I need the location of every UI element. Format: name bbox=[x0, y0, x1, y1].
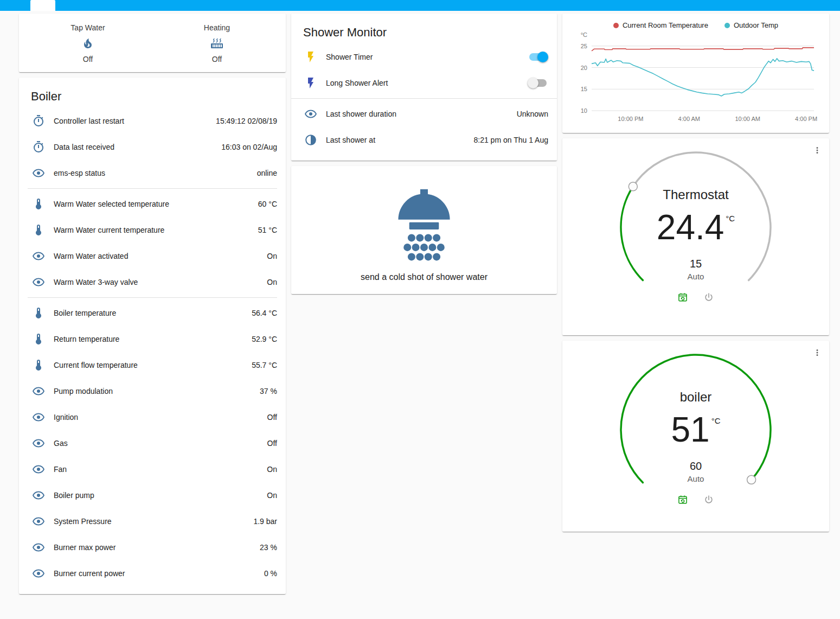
shower-head-icon bbox=[379, 180, 470, 271]
calendar-sync-icon[interactable] bbox=[677, 494, 688, 507]
legend-label: Current Room Temperature bbox=[623, 21, 708, 29]
entity-name: Warm Water activated bbox=[54, 252, 260, 260]
entity-name: Current flow temperature bbox=[54, 361, 245, 369]
entity-name: Tap Water bbox=[70, 23, 105, 32]
eye-icon bbox=[32, 411, 45, 424]
svg-text:10: 10 bbox=[581, 107, 587, 114]
toggle-label: Shower Timer bbox=[326, 53, 528, 61]
thermometer-icon bbox=[32, 333, 45, 346]
entity-state: 15:49:12 02/08/19 bbox=[216, 117, 277, 125]
toggle-row-long-shower-alert: Long Shower Alert bbox=[291, 70, 557, 96]
eye-icon bbox=[32, 276, 45, 289]
radiator-icon bbox=[210, 37, 223, 50]
entity-row[interactable]: System Pressure1.9 bar bbox=[19, 508, 286, 534]
power-icon[interactable] bbox=[703, 494, 714, 507]
entity-row[interactable]: Controller last restart15:49:12 02/08/19 bbox=[19, 108, 286, 134]
entity-state: On bbox=[267, 278, 277, 286]
shower-timer-toggle[interactable] bbox=[528, 52, 548, 62]
entity-row[interactable]: Current flow temperature55.7 °C bbox=[19, 352, 286, 378]
kebab-menu-icon[interactable] bbox=[811, 346, 824, 359]
entity-row[interactable]: Data last received16:03 on 02/Aug bbox=[19, 134, 286, 160]
entity-row[interactable]: Boiler pumpOn bbox=[19, 482, 286, 508]
svg-text:°C: °C bbox=[581, 31, 587, 38]
entity-name: Ignition bbox=[54, 413, 261, 422]
entity-name: Last shower at bbox=[326, 136, 467, 144]
thermometer-icon bbox=[32, 359, 45, 372]
shower-action-card[interactable]: send a cold shot of shower water bbox=[291, 166, 557, 294]
entity-row[interactable]: Return temperature52.9 °C bbox=[19, 326, 286, 352]
entity-state: On bbox=[267, 252, 277, 260]
eye-icon bbox=[32, 167, 45, 180]
entity-row[interactable]: Warm Water activatedOn bbox=[19, 243, 286, 269]
toggle-label: Long Shower Alert bbox=[326, 79, 528, 87]
gauge-handle[interactable] bbox=[629, 182, 637, 191]
entity-name: Gas bbox=[54, 439, 261, 448]
entity-row-last-shower-duration[interactable]: Last shower duration Unknown bbox=[291, 101, 557, 127]
app-header bbox=[0, 0, 840, 11]
eye-icon bbox=[32, 567, 45, 580]
entity-state: Off bbox=[267, 413, 277, 422]
entity-state: Off bbox=[212, 55, 222, 63]
entity-row[interactable]: Warm Water current temperature51 °C bbox=[19, 217, 286, 243]
eye-icon bbox=[32, 463, 45, 476]
entity-row[interactable]: Warm Water 3-way valveOn bbox=[19, 269, 286, 295]
entity-state: On bbox=[267, 465, 277, 474]
dashboard: Tap Water Off Heating Off Boiler Control… bbox=[0, 11, 840, 599]
svg-text:20: 20 bbox=[581, 65, 587, 71]
timer-icon bbox=[32, 114, 45, 127]
entity-name: Fan bbox=[54, 465, 260, 474]
entity-name: Boiler pump bbox=[54, 491, 260, 500]
legend-item: Current Room Temperature bbox=[613, 21, 708, 29]
power-icon[interactable] bbox=[703, 292, 714, 305]
temperature-history-chart: 10152025°C10:00 PM4:00 AM10:00 AM4:00 PM bbox=[569, 30, 823, 127]
eye-icon bbox=[32, 437, 45, 450]
entity-row[interactable]: GasOff bbox=[19, 430, 286, 456]
calendar-sync-icon[interactable] bbox=[677, 292, 688, 305]
entity-state: 8:21 pm on Thu 1 Aug bbox=[473, 136, 548, 144]
eye-icon bbox=[32, 489, 45, 502]
toggle-row-shower-timer: Shower Timer bbox=[291, 44, 557, 70]
entity-row[interactable]: Pump modulation37 % bbox=[19, 378, 286, 404]
entity-name: System Pressure bbox=[54, 517, 247, 526]
svg-text:4:00 AM: 4:00 AM bbox=[678, 116, 700, 122]
entity-row[interactable]: FanOn bbox=[19, 456, 286, 482]
eye-icon bbox=[304, 107, 317, 120]
svg-text:10:00 PM: 10:00 PM bbox=[618, 116, 643, 122]
entity-state: On bbox=[267, 491, 277, 500]
gauge-handle[interactable] bbox=[747, 475, 756, 484]
eye-icon bbox=[32, 541, 45, 554]
entity-row[interactable]: Warm Water selected temperature60 °C bbox=[19, 191, 286, 217]
svg-text:25: 25 bbox=[581, 43, 587, 49]
entity-name: Return temperature bbox=[54, 335, 245, 343]
entity-row[interactable]: ems-esp statusonline bbox=[19, 160, 286, 186]
boiler-card: Boiler Controller last restart15:49:12 0… bbox=[19, 78, 286, 594]
flash-alert-icon bbox=[304, 76, 317, 90]
entity-state: 1.9 bar bbox=[253, 517, 277, 526]
entity-name: ems-esp status bbox=[54, 169, 251, 177]
active-tab-indicator[interactable] bbox=[30, 0, 55, 11]
entity-name: Burner current power bbox=[54, 569, 258, 578]
entity-state: Off bbox=[83, 55, 93, 63]
glance-item-tap-water[interactable]: Tap Water Off bbox=[23, 23, 152, 63]
entity-name: Last shower duration bbox=[326, 110, 510, 118]
action-label: send a cold shot of shower water bbox=[361, 272, 488, 282]
entity-state: 23 % bbox=[260, 543, 277, 552]
entity-row[interactable]: Boiler temperature56.4 °C bbox=[19, 300, 286, 326]
glance-item-heating[interactable]: Heating Off bbox=[152, 23, 281, 63]
divider bbox=[28, 297, 277, 298]
entity-state: 16:03 on 02/Aug bbox=[221, 143, 277, 151]
entity-row-last-shower-at[interactable]: Last shower at 8:21 pm on Thu 1 Aug bbox=[291, 127, 557, 153]
kebab-menu-icon[interactable] bbox=[811, 144, 824, 157]
svg-text:10:00 AM: 10:00 AM bbox=[735, 116, 760, 122]
entity-row[interactable]: Burner current power0 % bbox=[19, 560, 286, 586]
entity-state: 51 °C bbox=[258, 226, 277, 234]
thermometer-icon bbox=[32, 224, 45, 237]
long-shower-alert-toggle[interactable] bbox=[528, 78, 548, 88]
card-title: Boiler bbox=[19, 78, 286, 108]
entity-row[interactable]: Burner max power23 % bbox=[19, 534, 286, 560]
thermostat-card: Thermostat 24.4 °C 15 Auto bbox=[562, 138, 829, 335]
entity-name: Pump modulation bbox=[54, 387, 253, 395]
entity-row[interactable]: IgnitionOff bbox=[19, 404, 286, 430]
entity-state: 55.7 °C bbox=[252, 361, 277, 369]
entity-name: Burner max power bbox=[54, 543, 253, 552]
